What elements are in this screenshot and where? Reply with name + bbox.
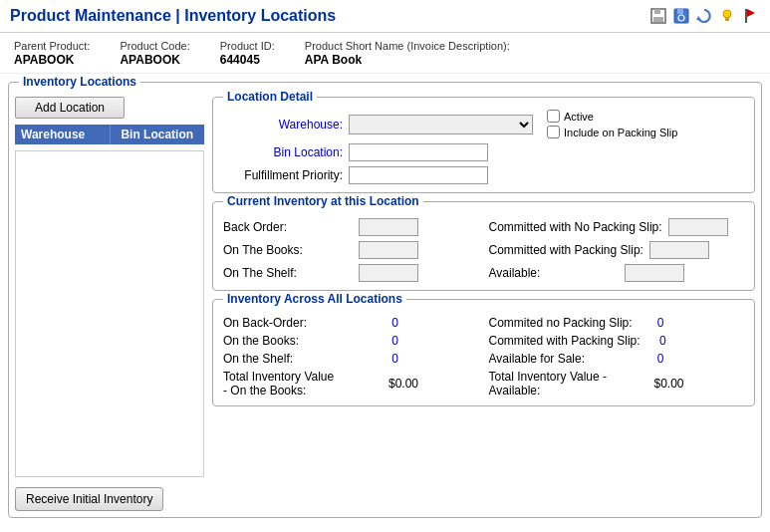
- page-header: Product Maintenance | Inventory Location…: [0, 0, 770, 33]
- on-books-all-label: On the Books:: [223, 334, 373, 348]
- back-order-all-row: On Back-Order: 0: [223, 316, 479, 330]
- receive-inventory-button[interactable]: Receive Initial Inventory: [15, 487, 163, 511]
- committed-no-packing-label: Committed with No Packing Slip:: [489, 220, 662, 234]
- current-inventory-box: Current Inventory at this Location Back …: [212, 201, 755, 291]
- available-label: Available:: [489, 266, 619, 280]
- bottom-btn-area: Receive Initial Inventory: [15, 483, 204, 511]
- available-input: [625, 264, 684, 282]
- on-books-input: [359, 241, 418, 259]
- short-name-value: APA Book: [305, 53, 362, 67]
- current-inventory-legend: Current Inventory at this Location: [223, 194, 423, 208]
- bin-col-header: Bin Location: [111, 125, 205, 144]
- svg-rect-2: [653, 17, 663, 22]
- product-info-bar: Parent Product: APABOOK Product Code: AP…: [0, 33, 770, 74]
- location-list-area[interactable]: [15, 150, 204, 477]
- commited-packing-all-row: Commited with Packing Slip: 0: [489, 334, 745, 348]
- parent-product-item: Parent Product: APABOOK: [14, 39, 90, 67]
- on-books-all-value: 0: [379, 334, 398, 348]
- total-available-label: Total Inventory Value -Available:: [489, 370, 639, 398]
- inventory-inner: Add Location Warehouse Bin Location Rece…: [15, 89, 755, 511]
- short-name-label: Product Short Name (Invoice Description)…: [305, 40, 510, 52]
- product-id-item: Product ID: 644045: [220, 39, 275, 67]
- title-subtitle: Inventory Locations: [184, 7, 336, 24]
- product-code-label: Product Code:: [120, 40, 189, 52]
- add-location-button[interactable]: Add Location: [15, 97, 125, 119]
- warehouse-field-row: Warehouse: Active Include on Packing Sli…: [223, 110, 744, 138]
- parent-product-value: APABOOK: [14, 53, 74, 67]
- main-content: Inventory Locations Add Location Warehou…: [0, 74, 770, 526]
- location-detail-legend: Location Detail: [223, 90, 317, 104]
- warehouse-select[interactable]: [349, 115, 533, 134]
- commited-packing-all-label: Commited with Packing Slip:: [489, 334, 641, 348]
- inventory-locations-legend: Inventory Locations: [19, 75, 140, 89]
- back-order-all-value: 0: [379, 316, 398, 330]
- location-table-header: Warehouse Bin Location: [15, 125, 204, 144]
- on-shelf-all-row: On the Shelf: 0: [223, 352, 479, 366]
- on-shelf-label: On The Shelf:: [223, 266, 353, 280]
- on-shelf-all-value: 0: [379, 352, 398, 366]
- disk-icon[interactable]: [671, 6, 691, 26]
- all-locations-box: Inventory Across All Locations On Back-O…: [212, 299, 755, 406]
- title-separator: |: [175, 7, 184, 24]
- svg-rect-4: [677, 9, 683, 14]
- active-label: Active: [564, 111, 594, 123]
- on-shelf-input: [359, 264, 418, 282]
- warehouse-label: Warehouse:: [223, 118, 343, 132]
- bin-location-input[interactable]: [349, 143, 488, 161]
- right-panel: Location Detail Warehouse: Active: [212, 97, 755, 511]
- product-code-value: APABOOK: [120, 53, 179, 67]
- left-panel: Add Location Warehouse Bin Location Rece…: [15, 97, 204, 511]
- fulfillment-field-row: Fulfillment Priority:: [223, 166, 744, 184]
- product-code-item: Product Code: APABOOK: [120, 39, 189, 67]
- total-books-value: $0.00: [379, 377, 418, 391]
- available-sale-all-value: 0: [644, 352, 664, 366]
- back-order-all-label: On Back-Order:: [223, 316, 373, 330]
- fulfillment-label: Fulfillment Priority:: [223, 168, 343, 182]
- active-checkbox-item[interactable]: Active: [547, 110, 677, 123]
- inventory-grid: Back Order: Committed with No Packing Sl…: [223, 210, 744, 282]
- refresh-icon[interactable]: [694, 6, 714, 26]
- committed-no-packing-row: Committed with No Packing Slip:: [489, 218, 745, 236]
- product-id-label: Product ID:: [220, 40, 275, 52]
- commited-no-packing-all-row: Commited no Packing Slip: 0: [489, 316, 745, 330]
- svg-point-7: [723, 10, 731, 18]
- total-books-row: Total Inventory Value- On the Books: $0.…: [223, 370, 479, 398]
- title-main: Product Maintenance: [10, 7, 171, 24]
- short-name-item: Product Short Name (Invoice Description)…: [305, 39, 510, 67]
- on-books-label: On The Books:: [223, 243, 353, 257]
- on-books-all-row: On the Books: 0: [223, 334, 479, 348]
- committed-packing-label: Committed with Packing Slip:: [489, 243, 643, 257]
- lightbulb-icon[interactable]: [717, 6, 737, 26]
- back-order-label: Back Order:: [223, 220, 353, 234]
- location-detail-box: Location Detail Warehouse: Active: [212, 97, 755, 193]
- product-id-value: 644045: [220, 53, 260, 67]
- total-books-label: Total Inventory Value- On the Books:: [223, 370, 373, 398]
- fulfillment-input[interactable]: [349, 166, 488, 184]
- committed-packing-row: Committed with Packing Slip:: [489, 241, 745, 259]
- parent-product-label: Parent Product:: [14, 40, 90, 52]
- packing-slip-label: Include on Packing Slip: [564, 127, 677, 138]
- total-available-value: $0.00: [644, 377, 684, 391]
- bin-location-label: Bin Location:: [223, 145, 343, 159]
- on-books-row: On The Books:: [223, 241, 479, 259]
- packing-slip-checkbox[interactable]: [547, 126, 560, 138]
- active-checkbox[interactable]: [547, 110, 560, 123]
- available-sale-all-row: Available for Sale: 0: [489, 352, 745, 366]
- save-icon[interactable]: [648, 6, 668, 26]
- flag-icon[interactable]: [740, 6, 760, 26]
- on-shelf-row: On The Shelf:: [223, 264, 479, 282]
- commited-packing-all-value: 0: [646, 334, 666, 348]
- committed-packing-input: [649, 241, 709, 259]
- bin-location-field-row: Bin Location:: [223, 143, 744, 161]
- packing-slip-checkbox-item[interactable]: Include on Packing Slip: [547, 126, 677, 138]
- back-order-row: Back Order:: [223, 218, 479, 236]
- toolbar: [648, 6, 760, 26]
- svg-marker-6: [696, 16, 701, 20]
- available-sale-all-label: Available for Sale:: [489, 352, 639, 366]
- svg-rect-9: [745, 9, 747, 23]
- svg-marker-10: [747, 9, 755, 17]
- all-loc-grid: On Back-Order: 0 Commited no Packing Sli…: [223, 308, 744, 398]
- back-order-input: [359, 218, 418, 236]
- svg-rect-1: [654, 9, 660, 14]
- on-shelf-all-label: On the Shelf:: [223, 352, 373, 366]
